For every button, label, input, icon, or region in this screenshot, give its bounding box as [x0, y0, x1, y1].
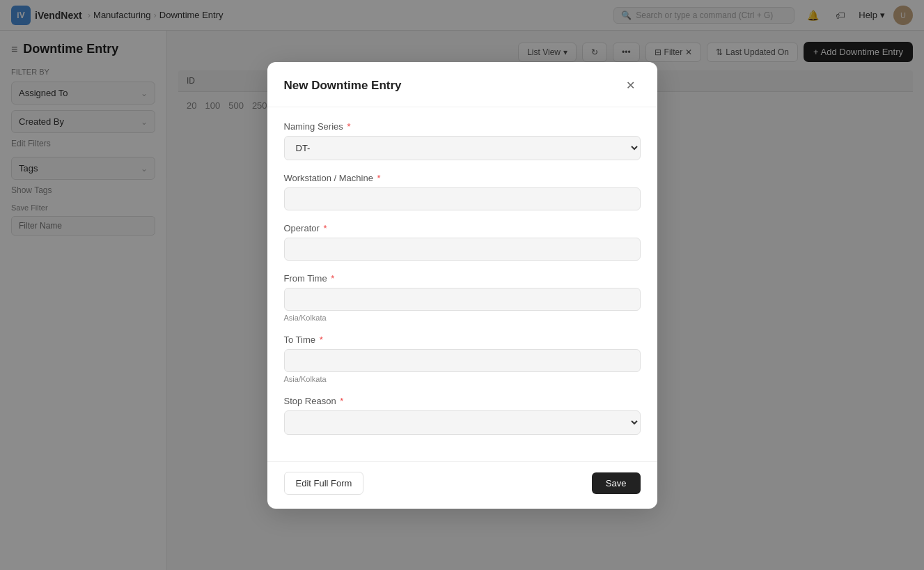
- naming-series-label: Naming Series *: [284, 121, 641, 132]
- operator-required: *: [323, 223, 327, 233]
- to-time-required: *: [320, 334, 323, 345]
- naming-series-group: Naming Series * DT-: [284, 121, 641, 160]
- modal-body: Naming Series * DT- Workstation / Machin…: [267, 107, 657, 461]
- workstation-group: Workstation / Machine *: [284, 173, 641, 210]
- workstation-input[interactable]: [284, 187, 641, 210]
- operator-label: Operator *: [284, 223, 641, 233]
- stop-reason-required: *: [340, 396, 343, 406]
- from-time-input[interactable]: [284, 288, 641, 311]
- from-time-timezone: Asia/Kolkata: [284, 314, 641, 322]
- from-time-label: From Time *: [284, 273, 641, 284]
- save-label: Save: [606, 478, 627, 488]
- new-downtime-entry-modal: New Downtime Entry ✕ Naming Series * DT-…: [267, 62, 657, 509]
- edit-full-form-label: Edit Full Form: [296, 478, 352, 488]
- modal-header: New Downtime Entry ✕: [267, 62, 657, 107]
- modal-footer: Edit Full Form Save: [267, 461, 657, 509]
- to-time-timezone: Asia/Kolkata: [284, 375, 641, 383]
- workstation-required: *: [377, 173, 381, 183]
- operator-input[interactable]: [284, 238, 641, 261]
- modal-close-button[interactable]: ✕: [621, 76, 641, 95]
- workstation-label: Workstation / Machine *: [284, 173, 641, 183]
- save-button[interactable]: Save: [592, 472, 641, 494]
- to-time-label: To Time *: [284, 334, 641, 345]
- from-time-group: From Time * Asia/Kolkata: [284, 273, 641, 322]
- stop-reason-group: Stop Reason *: [284, 396, 641, 435]
- edit-full-form-button[interactable]: Edit Full Form: [284, 472, 364, 495]
- operator-group: Operator *: [284, 223, 641, 261]
- stop-reason-select[interactable]: [284, 410, 641, 435]
- naming-series-select[interactable]: DT-: [284, 136, 641, 160]
- stop-reason-label: Stop Reason *: [284, 396, 641, 406]
- from-time-required: *: [331, 273, 334, 284]
- naming-series-required: *: [347, 121, 350, 132]
- modal-title: New Downtime Entry: [284, 79, 402, 93]
- modal-overlay[interactable]: New Downtime Entry ✕ Naming Series * DT-…: [0, 0, 924, 570]
- to-time-group: To Time * Asia/Kolkata: [284, 334, 641, 383]
- to-time-input[interactable]: [284, 349, 641, 372]
